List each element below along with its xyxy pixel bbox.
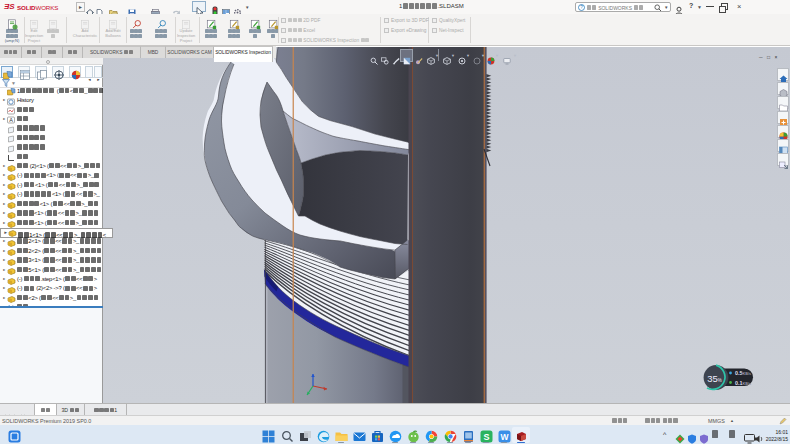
svg-text:S: S [483,432,489,442]
svg-text:W: W [500,432,509,442]
